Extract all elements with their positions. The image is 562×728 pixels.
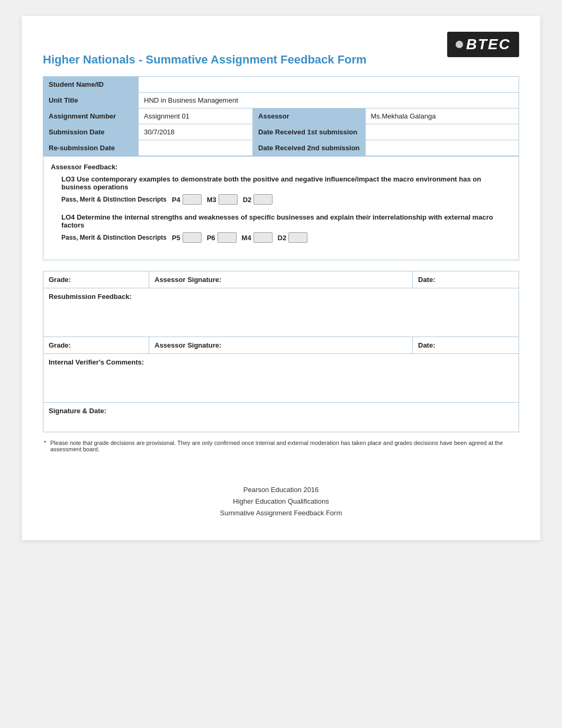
page-title: Higher Nationals - Summative Assignment … <box>43 32 367 67</box>
lo3-criteria-row: Pass, Merit & Distinction Descripts P4 M… <box>51 194 511 205</box>
lo3-p4-box: P4 <box>172 194 202 205</box>
btec-logo-dot <box>456 41 463 48</box>
lo3-m3-box: M3 <box>207 194 238 205</box>
lo3-p4-code: P4 <box>172 196 180 204</box>
assessor-feedback-section: Assessor Feedback: LO3 Use contemporary … <box>43 156 519 260</box>
btec-logo-text: BTEC <box>466 36 511 53</box>
footer-line3: Summative Assignment Feedback Form <box>43 507 519 519</box>
date-received-2nd-label: Date Received 2nd submission <box>253 140 365 156</box>
lo4-block: LO4 Determine the internal strengths and… <box>51 213 511 243</box>
assessor-signature1-label: Assessor Signature: <box>149 271 413 288</box>
lo4-d2-code: D2 <box>278 234 287 242</box>
assessor-feedback-label: Assessor Feedback: <box>51 163 511 171</box>
date-received-1st-label: Date Received 1st submission <box>253 124 365 140</box>
signature-date-area <box>49 415 513 427</box>
assignment-number-value: Assignment 01 <box>139 108 253 124</box>
unit-title-label: Unit Title <box>43 93 139 108</box>
submission-date-row: Submission Date 30/7/2018 Date Received … <box>43 124 519 140</box>
resubmission-feedback-area <box>49 301 513 332</box>
student-name-value <box>139 77 519 93</box>
resubmission-date-row: Re-submission Date Date Received 2nd sub… <box>43 140 519 156</box>
assessor-signature2-label: Assessor Signature: <box>149 337 413 353</box>
footer-line2: Higher Education Qualifications <box>43 496 519 507</box>
assessor-value: Ms.Mekhala Galanga <box>365 108 519 124</box>
spacer1 <box>43 260 519 266</box>
date-received-2nd-value <box>365 140 519 156</box>
lo3-p4-checkbox[interactable] <box>183 194 202 205</box>
date2-label: Date: <box>413 337 519 353</box>
lo4-m4-checkbox[interactable] <box>253 232 273 243</box>
lo4-criteria-label: Pass, Merit & Distinction Descripts <box>61 234 167 241</box>
signature-date-label: Signature & Date: <box>49 407 513 415</box>
lo3-criteria-label: Pass, Merit & Distinction Descripts <box>61 196 167 203</box>
date1-label: Date: <box>413 271 519 288</box>
lo3-d2-code: D2 <box>243 196 252 204</box>
resubmission-date-value <box>139 140 253 156</box>
lo4-d2-box: D2 <box>278 232 308 243</box>
resubmission-feedback-block: Resubmission Feedback: <box>43 288 519 337</box>
lo3-d2-checkbox[interactable] <box>253 194 273 205</box>
internal-verifier-area <box>49 366 513 398</box>
btec-logo: BTEC <box>447 32 519 57</box>
footer: Pearson Education 2016 Higher Education … <box>43 484 519 519</box>
lo4-title: LO4 Determine the internal strengths and… <box>51 213 511 229</box>
lo4-p6-checkbox[interactable] <box>217 232 237 243</box>
lo4-m4-code: M4 <box>242 234 251 242</box>
lo3-m3-code: M3 <box>207 196 216 204</box>
lo4-p5-box: P5 <box>172 232 202 243</box>
unit-title-row: Unit Title HND in Business Management <box>43 93 519 108</box>
lo3-m3-checkbox[interactable] <box>219 194 238 205</box>
grade2-label: Grade: <box>43 337 149 353</box>
submission-date-label: Submission Date <box>43 124 139 140</box>
student-name-label: Student Name/ID <box>43 77 139 93</box>
grade-row-2: Grade: Assessor Signature: Date: <box>43 337 519 354</box>
disclaimer: Please note that grade decisions are pro… <box>43 440 519 452</box>
date-received-1st-value <box>365 124 519 140</box>
lo4-p6-box: P6 <box>207 232 237 243</box>
internal-verifier-label: Internal Verifier's Comments: <box>49 358 513 366</box>
assessor-label: Assessor <box>253 108 365 124</box>
lo4-m4-box: M4 <box>242 232 273 243</box>
student-name-row: Student Name/ID <box>43 77 519 93</box>
submission-date-value: 30/7/2018 <box>139 124 253 140</box>
internal-verifier-block: Internal Verifier's Comments: <box>43 354 519 403</box>
lo4-p5-checkbox[interactable] <box>183 232 202 243</box>
header: Higher Nationals - Summative Assignment … <box>43 32 519 67</box>
form-table: Student Name/ID Unit Title HND in Busine… <box>43 76 519 156</box>
grade1-label: Grade: <box>43 271 149 288</box>
lo4-p6-code: P6 <box>207 234 215 242</box>
lo3-d2-box: D2 <box>243 194 273 205</box>
lo4-criteria-row: Pass, Merit & Distinction Descripts P5 P… <box>51 232 511 243</box>
assignment-number-label: Assignment Number <box>43 108 139 124</box>
lo3-title: LO3 Use contemporary examples to demonst… <box>51 175 511 191</box>
lo4-d2-checkbox[interactable] <box>288 232 307 243</box>
footer-line1: Pearson Education 2016 <box>43 484 519 496</box>
assignment-assessor-row: Assignment Number Assignment 01 Assessor… <box>43 108 519 124</box>
resubmission-feedback-label: Resubmission Feedback: <box>49 293 513 301</box>
lo3-block: LO3 Use contemporary examples to demonst… <box>51 175 511 205</box>
resubmission-date-label: Re-submission Date <box>43 140 139 156</box>
lo4-p5-code: P5 <box>172 234 180 242</box>
page-container: Higher Nationals - Summative Assignment … <box>22 16 540 540</box>
signature-date-block: Signature & Date: <box>43 403 519 432</box>
grade-row-1: Grade: Assessor Signature: Date: <box>43 271 519 288</box>
unit-title-value: HND in Business Management <box>139 93 519 108</box>
